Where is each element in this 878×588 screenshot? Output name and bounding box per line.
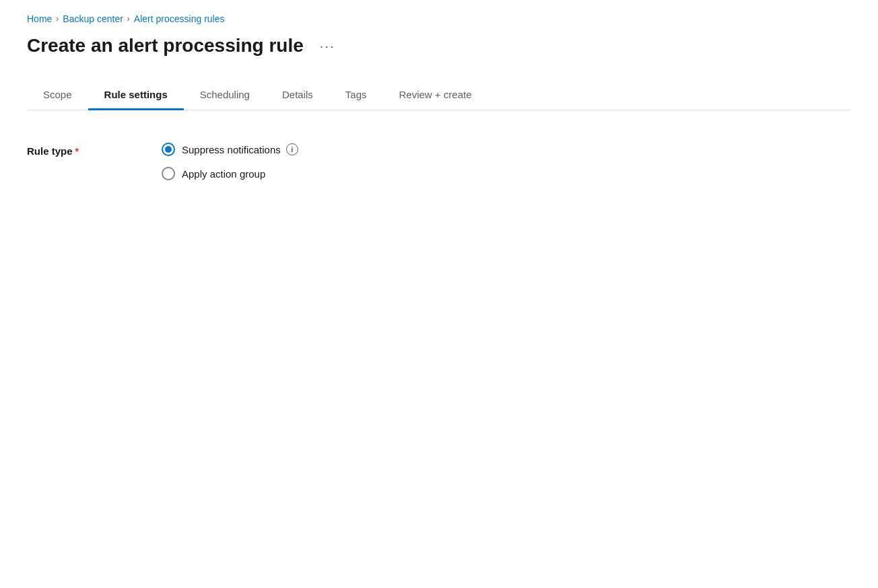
rule-type-section: Rule type * Suppress notifications i App… bbox=[27, 143, 851, 180]
suppress-info-icon[interactable]: i bbox=[286, 143, 298, 155]
radio-label-action-group: Apply action group bbox=[182, 168, 265, 180]
tab-scope[interactable]: Scope bbox=[27, 81, 88, 110]
radio-label-suppress: Suppress notifications i bbox=[182, 143, 298, 155]
radio-input-suppress[interactable] bbox=[162, 143, 175, 156]
tab-details[interactable]: Details bbox=[266, 81, 329, 110]
tab-rule-settings[interactable]: Rule settings bbox=[88, 81, 184, 110]
breadcrumb-separator-2: › bbox=[127, 14, 130, 24]
radio-input-action-group[interactable] bbox=[162, 167, 175, 180]
tab-tags[interactable]: Tags bbox=[329, 81, 383, 110]
breadcrumb-alert-processing-rules[interactable]: Alert processing rules bbox=[134, 13, 225, 24]
breadcrumb: Home › Backup center › Alert processing … bbox=[27, 13, 851, 24]
rule-type-label: Rule type * bbox=[27, 143, 135, 157]
breadcrumb-separator-1: › bbox=[56, 14, 59, 24]
content-area: Rule type * Suppress notifications i App… bbox=[27, 132, 851, 186]
breadcrumb-backup-center[interactable]: Backup center bbox=[63, 13, 123, 24]
page-header: Create an alert processing rule ··· bbox=[27, 35, 851, 57]
more-options-button[interactable]: ··· bbox=[314, 36, 341, 57]
tabs-container: Scope Rule settings Scheduling Details T… bbox=[27, 81, 851, 110]
required-indicator: * bbox=[75, 146, 79, 157]
breadcrumb-home[interactable]: Home bbox=[27, 13, 52, 24]
page-title: Create an alert processing rule bbox=[27, 35, 304, 57]
tab-scheduling[interactable]: Scheduling bbox=[184, 81, 266, 110]
radio-option-action-group[interactable]: Apply action group bbox=[162, 167, 298, 180]
tab-review-create[interactable]: Review + create bbox=[383, 81, 488, 110]
rule-type-radio-group: Suppress notifications i Apply action gr… bbox=[162, 143, 298, 180]
radio-option-suppress[interactable]: Suppress notifications i bbox=[162, 143, 298, 156]
